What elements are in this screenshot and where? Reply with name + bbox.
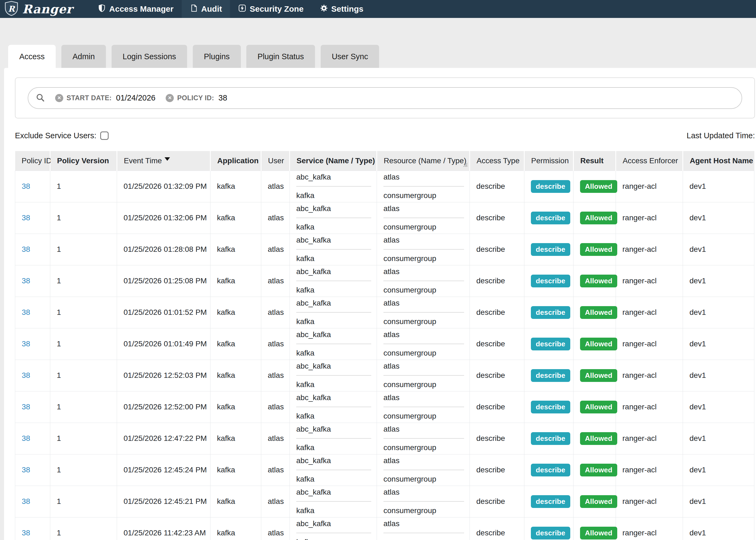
tab-admin[interactable]: Admin: [62, 45, 106, 68]
policy-id-link[interactable]: 38: [22, 434, 30, 443]
nav-item-security-zone[interactable]: Security Zone: [230, 0, 312, 18]
agent-host-cell: dev1: [683, 234, 754, 265]
table-header-row: Policy ID Policy Version Event Time Appl…: [15, 151, 754, 171]
tab-login-sessions[interactable]: Login Sessions: [112, 45, 188, 68]
col-header-application[interactable]: Application: [210, 151, 261, 171]
policy-id-link[interactable]: 38: [22, 497, 30, 505]
access-type-cell: describe: [470, 391, 524, 423]
policy-id-cell: 38: [15, 202, 50, 234]
service-cell: abc_kafka kafka: [290, 234, 377, 265]
col-header-permission[interactable]: Permission: [524, 151, 573, 171]
exclude-service-users-label: Exclude Service Users:: [15, 131, 96, 140]
result-cell: Allowed: [573, 265, 616, 297]
policy-id-link[interactable]: 38: [22, 403, 30, 411]
table-row: 38 1 01/25/2026 12:45:21 PM kafka atlas …: [15, 486, 754, 517]
ranger-shield-icon: R: [4, 1, 19, 17]
tab-plugin-status[interactable]: Plugin Status: [246, 45, 315, 68]
user-cell: atlas: [261, 171, 290, 202]
service-type: kafka: [296, 470, 371, 485]
policy-version-cell: 1: [50, 360, 117, 391]
search-input[interactable]: ✕ START DATE: 01/24/2026 ✕ POLICY ID: 38: [28, 87, 742, 109]
agent-host-cell: dev1: [683, 454, 754, 486]
policy-id-link[interactable]: 38: [22, 277, 30, 285]
token-value: 38: [218, 93, 227, 102]
policy-id-link[interactable]: 38: [22, 339, 30, 348]
access-type-cell: describe: [470, 234, 524, 265]
user-cell: atlas: [261, 391, 290, 423]
service-type: kafka: [296, 344, 371, 359]
table-row: 38 1 01/25/2026 01:28:08 PM kafka atlas …: [15, 234, 754, 265]
file-icon: [190, 4, 198, 14]
access-enforcer-cell: ranger-acl: [616, 328, 683, 360]
col-header-user[interactable]: User: [261, 151, 290, 171]
col-header-event-time[interactable]: Event Time: [117, 151, 210, 171]
tab-access[interactable]: Access: [8, 45, 56, 68]
access-type-cell: describe: [470, 171, 524, 202]
result-cell: Allowed: [573, 234, 616, 265]
resource-cell: atlas consumergroup: [377, 328, 470, 360]
permission-badge: describe: [531, 401, 570, 413]
permission-cell: describe: [524, 328, 573, 360]
resource-type: consumergroup: [383, 313, 464, 328]
access-type-cell: describe: [470, 360, 524, 391]
nav-item-settings[interactable]: Settings: [312, 0, 371, 18]
service-cell: abc_kafka kafka: [290, 423, 377, 454]
col-header-access-type[interactable]: Access Type: [470, 151, 524, 171]
policy-id-link[interactable]: 38: [22, 245, 30, 253]
exclude-service-users-checkbox[interactable]: [100, 131, 109, 140]
agent-host-cell: dev1: [683, 202, 754, 234]
col-header-result[interactable]: Result: [573, 151, 616, 171]
access-type-cell: describe: [470, 486, 524, 517]
resource-cell: atlas consumergroup: [377, 297, 470, 328]
result-badge: Allowed: [580, 338, 617, 350]
nav-item-audit[interactable]: Audit: [182, 0, 230, 18]
resource-name: atlas: [383, 234, 464, 250]
policy-id-cell: 38: [15, 391, 50, 423]
col-header-policy-version[interactable]: Policy Version: [50, 151, 117, 171]
col-header-policy-id[interactable]: Policy ID: [15, 151, 50, 171]
permission-cell: describe: [524, 360, 573, 391]
policy-version-cell: 1: [50, 265, 117, 297]
table-row: 38 1 01/25/2026 12:45:24 PM kafka atlas …: [15, 454, 754, 486]
service-type: kafka: [296, 281, 371, 296]
policy-id-link[interactable]: 38: [22, 371, 30, 379]
user-cell: atlas: [261, 265, 290, 297]
access-enforcer-cell: ranger-acl: [616, 486, 683, 517]
tab-plugins[interactable]: Plugins: [193, 45, 241, 68]
tab-user-sync[interactable]: User Sync: [321, 45, 379, 68]
table-row: 38 1 01/25/2026 12:52:03 PM kafka atlas …: [15, 360, 754, 391]
policy-id-link[interactable]: 38: [22, 308, 30, 317]
service-type: kafka: [296, 250, 371, 265]
policy-id-cell: 38: [15, 328, 50, 360]
resource-type: consumergroup: [383, 344, 464, 359]
policy-id-link[interactable]: 38: [22, 529, 30, 537]
user-cell: atlas: [261, 360, 290, 391]
result-cell: Allowed: [573, 297, 616, 328]
col-header-agent-host-name[interactable]: Agent Host Name: [683, 151, 754, 171]
permission-badge: describe: [531, 495, 570, 508]
access-type-cell: describe: [470, 265, 524, 297]
result-cell: Allowed: [573, 517, 616, 540]
ranger-logo[interactable]: R Ranger: [4, 1, 73, 17]
application-cell: kafka: [210, 486, 261, 517]
permission-cell: describe: [524, 486, 573, 517]
access-type-cell: describe: [470, 454, 524, 486]
col-header-resource[interactable]: Resource (Name / Type): [377, 151, 470, 171]
brand-name: Ranger: [22, 2, 73, 16]
col-header-access-enforcer[interactable]: Access Enforcer: [616, 151, 683, 171]
event-time-cell: 01/25/2026 12:52:03 PM: [117, 360, 210, 391]
nav-item-access-manager[interactable]: Access Manager: [90, 0, 182, 18]
policy-id-link[interactable]: 38: [22, 182, 30, 191]
circle-x-icon[interactable]: ✕: [166, 94, 174, 102]
policy-id-link[interactable]: 38: [22, 213, 30, 222]
policy-id-link[interactable]: 38: [22, 466, 30, 474]
resource-type: consumergroup: [383, 439, 464, 454]
resize-grip-icon[interactable]: [463, 160, 468, 169]
permission-badge: describe: [531, 211, 570, 224]
agent-host-cell: dev1: [683, 486, 754, 517]
application-cell: kafka: [210, 202, 261, 234]
col-header-service[interactable]: Service (Name / Type): [290, 151, 377, 171]
circle-x-icon[interactable]: ✕: [55, 94, 63, 102]
resource-cell: atlas consumergroup: [377, 454, 470, 486]
event-time-cell: 01/25/2026 01:25:08 PM: [117, 265, 210, 297]
